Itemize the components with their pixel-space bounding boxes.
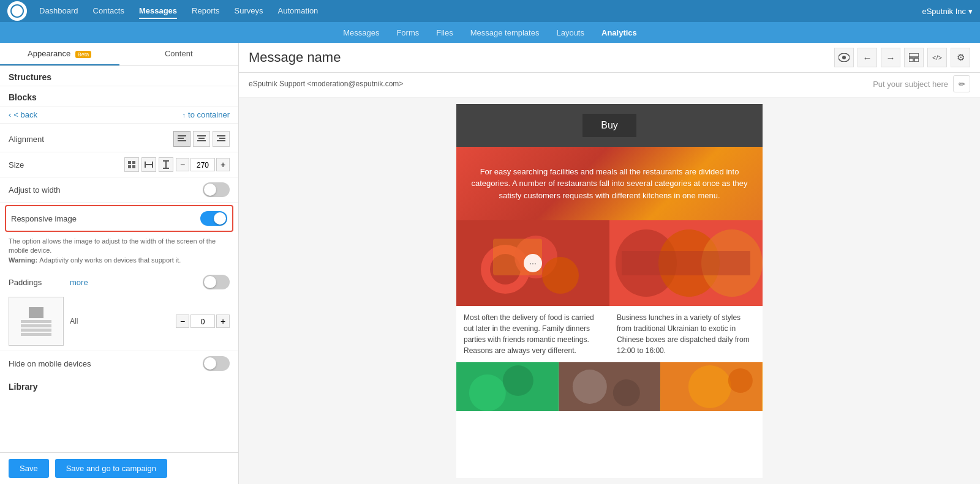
- food-description-left: Most often the delivery of food is carri…: [456, 306, 609, 362]
- svg-point-36: [469, 374, 506, 411]
- svg-rect-18: [163, 168, 169, 169]
- nav-item-messages[interactable]: Messages: [139, 4, 177, 19]
- nav-item-reports[interactable]: Reports: [192, 4, 220, 19]
- padding-lines: [21, 320, 51, 336]
- svg-point-37: [503, 365, 533, 396]
- hint-text: The option allows the image to adjust to…: [0, 234, 238, 270]
- email-canvas: Buy For easy searching facilities and me…: [239, 98, 980, 484]
- up-arrow-icon: ↑: [183, 111, 186, 119]
- svg-rect-34: [622, 251, 750, 275]
- content-area: Message name ← → </> ⚙ eSputnik Support …: [239, 43, 980, 484]
- save-campaign-button[interactable]: Save and go to campaign: [55, 459, 167, 478]
- image-options-overlay[interactable]: ···: [524, 254, 542, 272]
- size-width-icon[interactable]: [141, 157, 156, 172]
- back-container-row: ‹ < back ↑ to container: [0, 106, 238, 124]
- structures-label: Structures: [0, 66, 238, 86]
- size-icon-group: [124, 157, 173, 172]
- nav-item-contacts[interactable]: Contacts: [93, 4, 124, 19]
- food-text-left: Most often the delivery of food is carri…: [456, 306, 609, 362]
- two-col-text: Most often the delivery of food is carri…: [456, 306, 763, 362]
- warning-label: Warning:: [9, 256, 39, 264]
- padding-all-label: All: [70, 317, 78, 326]
- sub-nav-messages[interactable]: Messages: [343, 28, 379, 37]
- align-center-button[interactable]: [193, 131, 210, 147]
- svg-point-42: [688, 365, 731, 408]
- svg-rect-2: [178, 140, 186, 141]
- hide-mobile-row: Hide on mobile devices: [0, 351, 238, 376]
- settings-button[interactable]: ⚙: [951, 48, 970, 67]
- padding-preview: All − 0 +: [9, 297, 230, 346]
- svg-rect-9: [128, 161, 131, 164]
- padding-increment-button[interactable]: +: [216, 315, 230, 328]
- align-right-button[interactable]: [213, 131, 230, 147]
- to-container-label: to container: [188, 110, 230, 119]
- buy-button[interactable]: Buy: [582, 114, 636, 137]
- save-button[interactable]: Save: [9, 459, 49, 478]
- nav-item-dashboard[interactable]: Dashboard: [39, 4, 78, 19]
- adjust-to-width-row: Adjust to width: [0, 177, 238, 203]
- svg-rect-5: [197, 140, 206, 141]
- hide-mobile-controls: [203, 356, 230, 371]
- size-grid-icon[interactable]: [124, 157, 139, 172]
- paddings-toggle[interactable]: [203, 275, 230, 289]
- size-decrement-button[interactable]: −: [176, 158, 189, 171]
- adjust-to-width-label: Adjust to width: [9, 185, 94, 195]
- svg-rect-11: [128, 165, 131, 168]
- svg-rect-21: [909, 53, 919, 57]
- chevron-down-icon: ▾: [968, 7, 973, 16]
- to-container-button[interactable]: ↑ to container: [183, 110, 230, 119]
- back-button[interactable]: ‹ < back: [9, 110, 37, 119]
- paddings-toggle-area: [203, 275, 230, 289]
- message-name[interactable]: Message name: [249, 50, 834, 65]
- svg-rect-13: [145, 164, 153, 165]
- logo[interactable]: [7, 1, 27, 21]
- svg-rect-0: [178, 135, 186, 136]
- responsive-toggle-thumb: [214, 212, 226, 225]
- code-button[interactable]: </>: [927, 48, 947, 67]
- svg-rect-12: [132, 165, 135, 168]
- sub-nav-templates[interactable]: Message templates: [470, 28, 540, 37]
- sidebar-bottom: Save Save and go to campaign: [0, 452, 238, 484]
- responsive-image-label: Responsive image: [11, 214, 97, 223]
- two-col-section: ···: [456, 220, 763, 306]
- svg-rect-22: [909, 58, 913, 62]
- svg-rect-23: [914, 58, 919, 62]
- subject-area: Put your subject here ✏: [873, 75, 970, 92]
- user-area[interactable]: eSputnik Inc ▾: [922, 7, 973, 16]
- adjust-width-controls: [203, 182, 230, 197]
- sub-nav-forms[interactable]: Forms: [396, 28, 419, 37]
- tab-appearance[interactable]: Appearance Beta: [0, 43, 119, 65]
- subject-edit-button[interactable]: ✏: [953, 75, 970, 92]
- svg-rect-14: [145, 162, 146, 168]
- size-height-icon[interactable]: [159, 157, 173, 172]
- sub-nav-layouts[interactable]: Layouts: [556, 28, 584, 37]
- padding-value-display: 0: [190, 315, 215, 328]
- tab-content[interactable]: Content: [119, 43, 239, 65]
- paddings-more-button[interactable]: more: [70, 278, 88, 287]
- email-body: Buy For easy searching facilities and me…: [456, 104, 763, 478]
- align-left-button[interactable]: [173, 131, 190, 147]
- preview-icon-button[interactable]: [834, 48, 854, 67]
- padding-decrement-button[interactable]: −: [176, 315, 189, 328]
- nav-item-surveys[interactable]: Surveys: [235, 4, 263, 19]
- alignment-label: Alignment: [9, 135, 94, 144]
- sub-nav-analytics[interactable]: Analytics: [601, 28, 637, 37]
- responsive-image-toggle[interactable]: [200, 211, 227, 226]
- small-food-image-2: [559, 362, 661, 411]
- size-increment-button[interactable]: +: [216, 158, 230, 171]
- layout-button[interactable]: [904, 48, 924, 67]
- warning-text: Adaptivity only works on devices that su…: [39, 256, 181, 264]
- hide-mobile-toggle[interactable]: [203, 356, 230, 371]
- adjust-to-width-toggle[interactable]: [203, 182, 230, 197]
- sender-row: eSputnik Support <moderation@esputnik.co…: [239, 73, 980, 98]
- undo-button[interactable]: ←: [858, 48, 877, 67]
- sidebar: Appearance Beta Content Structures Block…: [0, 43, 239, 484]
- sub-nav-files[interactable]: Files: [436, 28, 453, 37]
- food-text-right: Business lunches in a variety of styles …: [609, 306, 763, 362]
- svg-rect-1: [178, 138, 184, 139]
- svg-rect-8: [217, 140, 225, 141]
- redo-button[interactable]: →: [881, 48, 900, 67]
- nav-item-automation[interactable]: Automation: [278, 4, 318, 19]
- user-name: eSputnik Inc: [922, 7, 966, 16]
- size-value-control: − 270 +: [176, 158, 230, 171]
